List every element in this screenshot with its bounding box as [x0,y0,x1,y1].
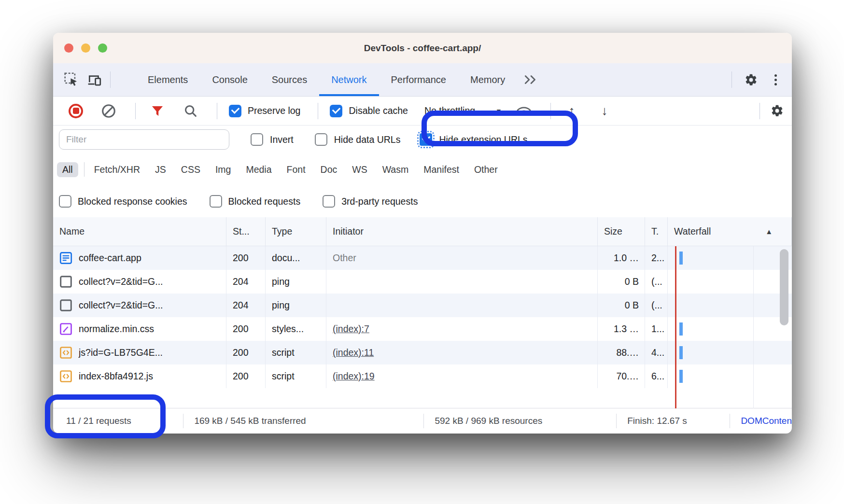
import-har-icon[interactable]: ↑ [562,101,582,121]
dom-content-loaded-time: DOMConten [730,408,792,434]
waterfall-bar [679,370,683,383]
table-row[interactable]: index-8bfa4912.js 200 script (index):19 … [53,364,792,388]
blocked-requests-checkbox[interactable]: Blocked requests [210,195,301,208]
disable-cache-checkbox[interactable]: Disable cache [330,105,408,117]
chevron-down-icon: ▼ [495,107,502,115]
type-chip-js[interactable]: JS [155,164,166,175]
checkbox-unchecked-icon[interactable] [210,195,222,208]
waterfall-load-event-line [675,246,676,408]
inspect-element-icon[interactable] [61,72,82,87]
transferred-summary: 169 kB / 545 kB transferred [183,408,423,434]
type-chip-font[interactable]: Font [287,164,306,175]
column-header-type[interactable]: Type [266,217,326,246]
type-chip-all[interactable]: All [57,162,78,177]
close-window-button[interactable] [64,43,73,53]
checkbox-unchecked-icon[interactable] [323,195,335,208]
network-conditions-icon[interactable] [514,101,534,121]
divider [110,71,111,88]
more-tabs-icon[interactable] [518,63,543,96]
divider [135,103,136,119]
script-icon [59,370,72,383]
window-title: DevTools - coffee-cart.app/ [364,43,481,54]
vertical-scrollbar[interactable] [780,249,788,325]
stylesheet-icon [59,322,72,336]
hide-data-urls-checkbox[interactable]: Hide data URLs [315,133,401,146]
type-chip-wasm[interactable]: Wasm [382,164,409,175]
sort-ascending-icon[interactable]: ▲ [765,217,773,246]
type-chip-manifest[interactable]: Manifest [423,164,459,175]
blocked-response-cookies-checkbox[interactable]: Blocked response cookies [59,195,187,208]
checkbox-checked-icon[interactable] [229,105,241,117]
devtools-tab-bar: Elements Console Sources Network Perform… [53,63,792,97]
export-har-icon[interactable]: ↓ [594,101,615,121]
throttling-dropdown[interactable]: No throttling ▼ [424,105,502,116]
document-icon [59,252,72,265]
divider [731,71,732,88]
tab-sources[interactable]: Sources [260,63,319,96]
table-row[interactable]: coffee-cart.app 200 docu... Other 1.0 … … [53,246,792,270]
checkbox-unchecked-icon[interactable] [59,195,71,208]
type-chip-fetch-xhr[interactable]: Fetch/XHR [94,164,140,175]
tab-network[interactable]: Network [319,63,379,96]
divider [318,103,318,119]
initiator-link[interactable]: (index):19 [333,371,375,382]
resource-type-filter-row: All Fetch/XHR JS CSS Img Media Font Doc … [53,154,792,185]
checkbox-checked-icon[interactable] [420,133,432,146]
initiator-link[interactable]: (index):7 [333,323,369,335]
filter-input[interactable] [59,129,229,150]
table-row[interactable]: normalize.min.css 200 styles... (index):… [53,317,792,341]
script-icon [59,346,72,359]
network-settings-gear-icon[interactable] [767,101,787,121]
unknown-icon [59,275,72,288]
clear-network-log-icon[interactable] [98,101,119,121]
menu-dots-icon[interactable] [766,74,785,85]
type-chip-img[interactable]: Img [215,164,231,175]
tab-memory[interactable]: Memory [458,63,517,96]
waterfall-bar [679,252,683,265]
divider [84,162,84,177]
zoom-window-button[interactable] [98,43,107,53]
type-chip-css[interactable]: CSS [181,164,200,175]
column-header-size[interactable]: Size [598,217,645,246]
type-chip-media[interactable]: Media [246,164,271,175]
tab-elements[interactable]: Elements [136,63,200,96]
initiator-text: Other [333,252,356,264]
table-empty-space [53,388,792,408]
table-row[interactable]: js?id=G-LB75G4E... 200 script (index):11… [53,341,792,364]
tab-performance[interactable]: Performance [379,63,459,96]
requests-summary: 11 / 21 requests [53,408,183,434]
table-row[interactable]: collect?v=2&tid=G... 204 ping 0 B (... [53,270,792,294]
hide-extension-urls-checkbox[interactable]: Hide extension URLs [420,133,527,146]
column-header-initiator[interactable]: Initiator [326,217,598,246]
checkbox-checked-icon[interactable] [330,105,342,117]
checkbox-unchecked-icon[interactable] [251,133,263,146]
title-bar: DevTools - coffee-cart.app/ [53,33,792,63]
device-toolbar-icon[interactable] [84,72,105,87]
column-header-waterfall[interactable]: Waterfall [668,217,792,246]
filter-funnel-icon[interactable] [147,101,168,121]
type-chip-ws[interactable]: WS [352,164,367,175]
tab-console[interactable]: Console [200,63,259,96]
preserve-log-checkbox[interactable]: Preserve log [229,105,300,117]
type-chip-other[interactable]: Other [474,164,498,175]
minimize-window-button[interactable] [81,43,90,53]
checkbox-unchecked-icon[interactable] [315,133,327,146]
search-icon[interactable] [180,101,200,121]
invert-checkbox[interactable]: Invert [251,133,294,146]
resources-summary: 592 kB / 969 kB resources [424,408,616,434]
column-header-status[interactable]: St... [226,217,266,246]
third-party-requests-checkbox[interactable]: 3rd-party requests [323,195,418,208]
divider [550,103,551,119]
column-header-time[interactable]: T. [645,217,668,246]
devtools-window: DevTools - coffee-cart.app/ Elements Con… [53,33,792,434]
network-toolbar: Preserve log Disable cache No throttling… [53,97,792,126]
record-network-log-icon[interactable] [66,101,86,121]
divider [217,103,217,119]
divider [760,103,760,119]
table-row[interactable]: collect?v=2&tid=G... 204 ping 0 B (... [53,294,792,317]
initiator-link[interactable]: (index):11 [333,347,374,358]
type-chip-doc[interactable]: Doc [321,164,338,175]
settings-gear-icon[interactable] [737,73,765,86]
column-header-name[interactable]: Name [53,217,226,246]
waterfall-bar [679,322,683,336]
